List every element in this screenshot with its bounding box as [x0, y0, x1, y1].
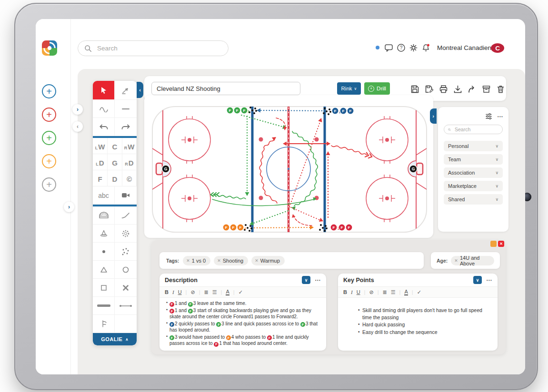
filter-icon[interactable] — [485, 113, 492, 120]
position-tool-ld[interactable]: LD — [93, 154, 108, 170]
square-tool[interactable] — [93, 279, 115, 297]
category-shared[interactable]: Shared∨ — [444, 194, 503, 205]
add-red-button[interactable]: + — [42, 108, 56, 122]
position-tool-rw[interactable]: RW — [122, 138, 137, 154]
collapse-left-panel-button[interactable]: ‹ — [72, 121, 83, 132]
spellcheck-icon[interactable]: ✓ — [417, 289, 421, 295]
team-name[interactable]: Montreal Canadiens — [437, 44, 495, 51]
player-badge[interactable]: F — [330, 224, 337, 231]
half-net-tool[interactable] — [93, 315, 115, 333]
player-badge[interactable]: F — [227, 107, 233, 114]
library-panel-tab[interactable]: › — [430, 108, 437, 124]
expand-left-panel-button[interactable]: › — [72, 104, 83, 115]
add-green-button[interactable]: + — [42, 131, 56, 145]
minimize-details-button[interactable] — [490, 241, 497, 247]
category-team[interactable]: Team∨ — [444, 154, 503, 165]
goalie-badge[interactable]: G — [409, 165, 417, 173]
x-tool[interactable] — [115, 279, 137, 297]
remove-tag-icon[interactable]: ✕ — [255, 258, 259, 263]
library-menu-button[interactable]: ⋯ — [497, 113, 503, 120]
global-search[interactable] — [78, 40, 229, 56]
text-tool[interactable]: abc — [93, 186, 115, 205]
close-details-button[interactable]: ✕ — [498, 241, 504, 247]
position-tool-d[interactable]: D — [108, 170, 122, 186]
tag-pill[interactable]: ✕1 vs 0 — [183, 256, 210, 265]
rink-dropdown-button[interactable]: Rink ∨ — [337, 82, 361, 95]
select-tool[interactable] — [93, 81, 115, 100]
tag-pill[interactable]: ✕Warmup — [251, 256, 285, 265]
cone-tool[interactable] — [93, 225, 115, 243]
bold-icon[interactable]: B — [165, 289, 169, 295]
draw-tool[interactable] — [115, 81, 137, 100]
straight-line-tool[interactable] — [115, 100, 137, 118]
bold-icon[interactable]: B — [343, 289, 347, 295]
video-tool[interactable] — [115, 186, 137, 205]
bullet-list-icon[interactable]: ☰ — [212, 289, 217, 295]
remove-tag-icon[interactable]: ✕ — [217, 258, 221, 263]
player-badge[interactable]: F — [237, 224, 244, 231]
download-icon[interactable] — [453, 85, 462, 94]
print-icon[interactable] — [439, 85, 448, 94]
underline-icon[interactable]: U — [178, 289, 182, 295]
drill-title-input[interactable] — [151, 82, 300, 95]
player-badge[interactable]: F — [332, 108, 339, 114]
puck-ring-tool[interactable] — [115, 225, 137, 243]
player-badge[interactable]: F — [230, 224, 237, 231]
italic-icon[interactable]: I — [172, 289, 174, 295]
tag-pill[interactable]: ✕Shooting — [214, 256, 248, 265]
team-logo[interactable]: C H — [490, 43, 505, 53]
add-blue-button[interactable]: + — [42, 84, 56, 98]
player-badge[interactable]: F — [347, 108, 354, 114]
goalie-badge[interactable]: G — [162, 165, 169, 173]
dot-tool[interactable] — [93, 243, 115, 261]
segment-line-tool[interactable] — [115, 297, 137, 315]
text-color-icon[interactable]: A — [404, 289, 408, 295]
player-badge[interactable]: F — [223, 224, 229, 231]
clear-format-icon[interactable]: ⊘ — [190, 289, 195, 295]
spellcheck-icon[interactable]: ✓ — [239, 289, 243, 295]
goalie-button[interactable]: GOALIE ∧ — [93, 333, 137, 345]
thick-line-tool[interactable] — [93, 297, 115, 315]
stick-tool[interactable] — [115, 206, 137, 225]
remove-tag-icon[interactable]: ✕ — [186, 258, 190, 263]
notifications-bell-icon[interactable] — [421, 43, 430, 52]
player-badge[interactable]: F — [339, 224, 345, 231]
player-badge[interactable]: F — [241, 107, 248, 114]
category-personal[interactable]: Personal∨ — [444, 141, 503, 151]
settings-gear-icon[interactable] — [409, 43, 418, 52]
text-color-icon[interactable]: A — [226, 289, 229, 295]
add-gray-button[interactable]: + — [42, 177, 56, 192]
position-tool-©[interactable]: © — [122, 170, 137, 186]
share-icon[interactable] — [468, 85, 477, 94]
description-editor[interactable]: F1 and F3 leave at the same time.F1 and … — [159, 298, 326, 351]
italic-icon[interactable]: I — [351, 289, 353, 295]
library-search-input[interactable] — [454, 126, 498, 133]
player-badge[interactable]: F — [234, 107, 240, 114]
app-logo[interactable] — [41, 40, 58, 56]
archive-icon[interactable] — [482, 85, 491, 94]
rink-canvas[interactable]: FFF3F2FFFFF4F1FFGG — [151, 106, 428, 233]
position-tool-g[interactable]: G — [108, 154, 122, 170]
delete-trash-icon[interactable] — [496, 85, 505, 94]
expand-lower-panel-button[interactable]: › — [64, 202, 74, 212]
net-tool[interactable] — [93, 206, 115, 225]
search-input[interactable] — [96, 44, 217, 52]
chat-icon[interactable] — [384, 43, 393, 52]
add-drill-button[interactable]: + Drill — [364, 82, 390, 95]
library-search[interactable] — [444, 125, 503, 134]
save-as-icon[interactable] — [425, 85, 434, 94]
description-menu-button[interactable]: ⋯ — [315, 277, 321, 284]
position-tool-rd[interactable]: RD — [122, 154, 137, 170]
ordered-list-icon[interactable]: ≣ — [383, 289, 387, 295]
player-badge[interactable]: F — [340, 108, 347, 114]
ordered-list-icon[interactable]: ≣ — [204, 289, 209, 295]
add-orange-button[interactable]: + — [42, 154, 56, 168]
help-icon[interactable]: ? — [397, 43, 406, 52]
description-collapse-button[interactable]: ∨ — [302, 276, 310, 284]
position-tool-lw[interactable]: LW — [93, 138, 108, 154]
player-badge[interactable]: F — [346, 224, 352, 231]
category-association[interactable]: Association∨ — [444, 167, 503, 178]
triangle-tool[interactable] — [93, 261, 115, 279]
remove-tag-icon[interactable]: ✕ — [454, 258, 458, 263]
bullet-list-icon[interactable]: ☰ — [391, 289, 396, 295]
